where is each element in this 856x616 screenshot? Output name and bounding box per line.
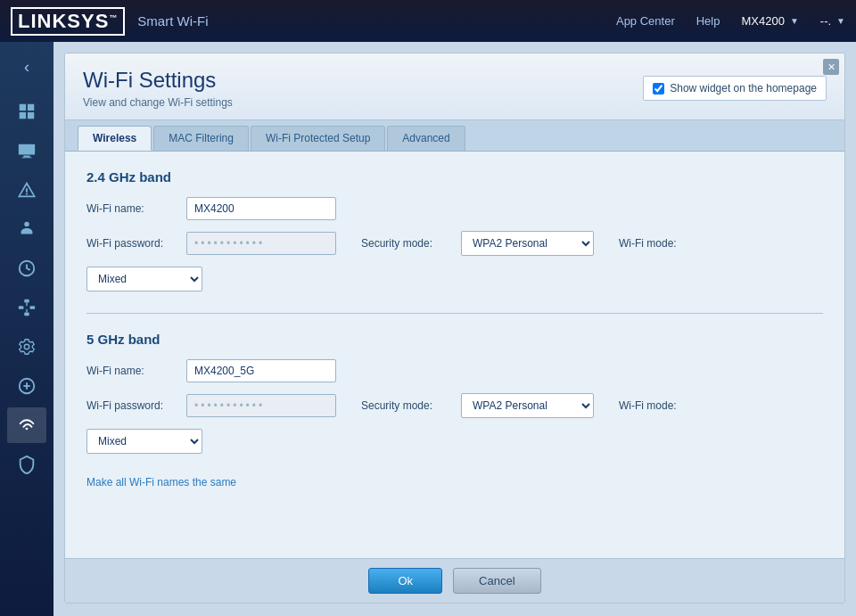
sidebar-item-security[interactable]: [7, 447, 46, 482]
make-same-wifi-link[interactable]: Make all Wi-Fi names the same: [86, 476, 236, 489]
show-widget-checkbox[interactable]: [653, 83, 664, 94]
sidebar-item-warning[interactable]: [7, 172, 46, 208]
svg-rect-0: [20, 104, 26, 111]
wifi-password-input-24[interactable]: [186, 232, 336, 255]
security-mode-label-5: Security mode:: [361, 399, 450, 412]
panel-header-left: Wi-Fi Settings View and change Wi-Fi set…: [83, 68, 233, 109]
svg-rect-6: [22, 157, 32, 158]
wifi-name-label-5: Wi-Fi name:: [86, 365, 176, 377]
panel-footer: Ok Cancel: [65, 558, 844, 603]
sidebar-item-settings[interactable]: [7, 329, 46, 365]
svg-rect-1: [28, 104, 34, 111]
cancel-button[interactable]: Cancel: [453, 568, 540, 594]
tab-wireless[interactable]: Wireless: [78, 126, 152, 151]
wifi-name-row-24: Wi-Fi name:: [86, 197, 823, 220]
wifi-mode-select-5[interactable]: Mixed N-Only A-Only AC-Only: [86, 429, 202, 454]
status-text: --.: [820, 14, 831, 28]
panel: ✕ Wi-Fi Settings View and change Wi-Fi s…: [64, 53, 845, 604]
status-arrow: ▼: [836, 16, 845, 26]
panel-body: 2.4 GHz band Wi-Fi name: Wi-Fi password:…: [65, 152, 844, 576]
sidebar-item-addons[interactable]: [7, 368, 46, 404]
back-icon: ‹: [24, 58, 29, 77]
svg-rect-3: [28, 112, 34, 119]
sidebar-item-devices[interactable]: [7, 133, 46, 168]
wifi-mode-label-5: Wi-Fi mode:: [619, 399, 708, 412]
devices-icon: [17, 141, 37, 160]
wifi-name-row-5: Wi-Fi name:: [86, 359, 823, 382]
tabs-bar: Wireless MAC Filtering Wi-Fi Protected S…: [65, 120, 844, 152]
app-subtitle: Smart Wi-Fi: [137, 13, 208, 29]
gear-icon: [17, 337, 37, 357]
wifi-password-row-24: Wi-Fi password: Security mode: WPA2 Pers…: [86, 231, 823, 292]
svg-rect-9: [24, 300, 29, 303]
band-5ghz-title: 5 GHz band: [86, 332, 823, 347]
sidebar-item-wifi[interactable]: [7, 407, 46, 443]
widget-checkbox-area: Show widget on the homepage: [643, 76, 827, 101]
sidebar-item-network[interactable]: [7, 290, 46, 325]
svg-rect-10: [24, 313, 29, 316]
wifi-icon: [17, 415, 37, 435]
security-mode-select-5[interactable]: WPA2 Personal WPA Personal WPA2/WPA Mixe…: [461, 393, 594, 418]
nav-links: App Center Help MX4200 ▼ --. ▼: [616, 14, 845, 28]
page-title: Wi-Fi Settings: [83, 68, 233, 93]
sidebar-item-parental[interactable]: [7, 211, 46, 247]
wifi-mode-label-24: Wi-Fi mode:: [619, 237, 708, 250]
sidebar-item-clock[interactable]: [7, 251, 46, 286]
parental-icon: [17, 219, 37, 239]
panel-header: Wi-Fi Settings View and change Wi-Fi set…: [65, 53, 844, 120]
device-arrow: ▼: [790, 16, 799, 26]
svg-point-7: [24, 222, 29, 227]
device-name: MX4200: [741, 14, 784, 28]
panel-close-button[interactable]: ✕: [823, 59, 839, 75]
content-area: ✕ Wi-Fi Settings View and change Wi-Fi s…: [54, 42, 856, 616]
tab-mac-filtering[interactable]: MAC Filtering: [153, 126, 249, 151]
tab-advanced[interactable]: Advanced: [387, 126, 465, 151]
band-divider: [86, 313, 823, 314]
network-icon: [17, 298, 37, 317]
wifi-password-label-5: Wi-Fi password:: [86, 399, 176, 412]
security-mode-select-24[interactable]: WPA2 Personal WPA Personal WPA2/WPA Mixe…: [461, 231, 594, 256]
topbar: LINKSYS™ Smart Wi-Fi App Center Help MX4…: [0, 0, 856, 42]
device-selector[interactable]: MX4200 ▼: [741, 14, 798, 28]
svg-rect-4: [19, 144, 35, 155]
band-24ghz-section: 2.4 GHz band Wi-Fi name: Wi-Fi password:…: [86, 169, 823, 292]
dashboard-icon: [17, 102, 37, 121]
make-same-link-row: Make all Wi-Fi names the same: [86, 475, 823, 489]
wifi-mode-select-24[interactable]: Mixed N-Only G-Only B-Only: [86, 267, 202, 292]
wifi-name-label-24: Wi-Fi name:: [86, 202, 176, 215]
wifi-name-input-5[interactable]: [186, 359, 336, 382]
app-center-link[interactable]: App Center: [616, 14, 675, 28]
sidebar: ‹: [0, 42, 54, 616]
wifi-password-input-5[interactable]: [186, 394, 336, 417]
help-link[interactable]: Help: [696, 14, 720, 28]
band-24ghz-title: 2.4 GHz band: [86, 169, 823, 185]
addons-icon: [17, 376, 37, 396]
sidebar-item-dashboard[interactable]: [7, 94, 46, 129]
wifi-password-row-5: Wi-Fi password: Security mode: WPA2 Pers…: [86, 393, 823, 454]
security-mode-label-24: Security mode:: [361, 237, 450, 250]
warning-icon: [17, 180, 37, 200]
close-icon: ✕: [827, 62, 835, 73]
svg-rect-2: [20, 112, 26, 119]
status-selector[interactable]: --. ▼: [820, 14, 845, 28]
clock-icon: [17, 259, 37, 278]
wifi-password-label-24: Wi-Fi password:: [86, 237, 176, 250]
sidebar-back-button[interactable]: ‹: [9, 51, 45, 83]
main-layout: ‹: [0, 42, 856, 616]
svg-rect-5: [23, 156, 29, 158]
show-widget-label: Show widget on the homepage: [670, 82, 817, 94]
linksys-logo: LINKSYS™: [11, 7, 125, 36]
logo-area: LINKSYS™ Smart Wi-Fi: [11, 7, 209, 36]
page-subtitle: View and change Wi-Fi settings: [83, 96, 233, 109]
ok-button[interactable]: Ok: [368, 568, 442, 594]
band-5ghz-section: 5 GHz band Wi-Fi name: Wi-Fi password: S…: [86, 332, 823, 454]
tab-wps[interactable]: Wi-Fi Protected Setup: [251, 126, 385, 151]
shield-icon: [17, 455, 37, 474]
wifi-name-input-24[interactable]: [186, 197, 336, 220]
